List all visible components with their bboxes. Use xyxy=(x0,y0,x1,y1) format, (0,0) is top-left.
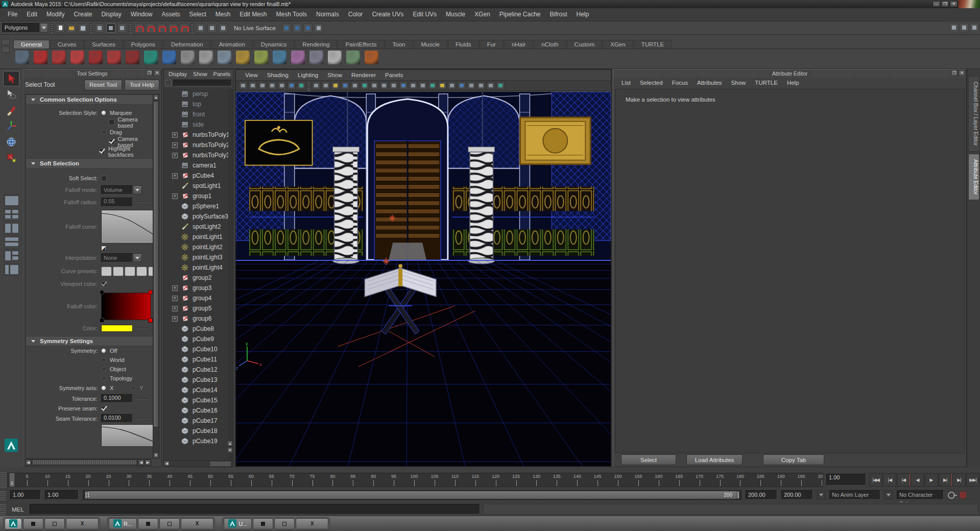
menu-edit-uvs[interactable]: Edit UVs xyxy=(408,8,441,21)
menu-display[interactable]: Display xyxy=(97,8,126,21)
outliner-item-nurbsToPoly2[interactable]: +nurbsToPoly2 xyxy=(164,140,233,150)
ae-menu-focus[interactable]: Focus xyxy=(668,78,692,88)
falloff-radius-slider[interactable] xyxy=(136,202,148,203)
separator-handle[interactable] xyxy=(89,23,93,33)
expand-icon[interactable]: + xyxy=(172,316,178,322)
camera-attributes-icon[interactable] xyxy=(258,82,267,89)
step-forward-key-button[interactable]: ▶| xyxy=(939,473,952,487)
outliner-item-group4[interactable]: +group4 xyxy=(164,293,233,303)
shelf-menu-button[interactable] xyxy=(2,46,10,53)
outliner-menu-show[interactable]: Show xyxy=(190,70,210,79)
expand-icon[interactable]: + xyxy=(172,132,178,138)
close-window-button[interactable]: X xyxy=(296,518,328,529)
side-tab-attribute-editor[interactable]: Attribute Editor xyxy=(968,154,979,200)
maximize-button[interactable]: ❒ xyxy=(941,1,949,7)
exposure-icon[interactable] xyxy=(487,82,495,89)
outliner-item-pCube13[interactable]: pCube13 xyxy=(164,375,233,385)
grid-tool-icon[interactable] xyxy=(273,51,286,64)
play-backwards-button[interactable]: ◀ xyxy=(911,473,924,487)
axis-x-radio[interactable] xyxy=(101,385,106,391)
expand-icon[interactable]: + xyxy=(172,153,178,158)
shelf-tab-polygons[interactable]: Polygons xyxy=(124,40,163,49)
xray-icon[interactable] xyxy=(477,82,485,89)
field-chart-icon[interactable] xyxy=(351,82,359,89)
viewport-menu-show[interactable]: Show xyxy=(323,70,346,80)
grid-icon[interactable] xyxy=(312,82,320,89)
shadows-icon[interactable] xyxy=(419,82,427,89)
snap-view-icon[interactable] xyxy=(168,23,177,33)
depth-of-field-icon[interactable] xyxy=(458,82,466,89)
go-to-start-button[interactable]: |◀◀ xyxy=(869,473,882,487)
tool-settings-vertical-scrollbar[interactable]: ▲ ▼ xyxy=(153,94,159,458)
menu-bifrost[interactable]: Bifrost xyxy=(545,8,572,21)
rotate-tool-button[interactable] xyxy=(3,134,19,150)
poly-sphere-shelf-icon[interactable] xyxy=(15,51,29,64)
anim-layer-dropdown-icon[interactable] xyxy=(817,491,825,499)
outliner-item-pCube8[interactable]: pCube8 xyxy=(164,324,233,334)
scroll-left-icon[interactable]: ◀ xyxy=(164,461,170,466)
current-time-field[interactable]: 1.00 xyxy=(826,474,866,486)
auto-keyframe-icon[interactable] xyxy=(948,492,955,499)
safe-action-icon[interactable] xyxy=(361,82,369,89)
interpolation-dropdown[interactable]: None xyxy=(101,253,142,262)
menu-select[interactable]: Select xyxy=(184,8,210,21)
menu-edit[interactable]: Edit xyxy=(22,8,42,21)
go-to-end-button[interactable]: ▶▶| xyxy=(966,473,979,487)
menu-pipeline-cache[interactable]: Pipeline Cache xyxy=(495,8,545,21)
image-plane-icon[interactable] xyxy=(278,82,286,89)
shelf-tab-deformation[interactable]: Deformation xyxy=(163,40,211,49)
select-component-icon[interactable] xyxy=(117,23,127,33)
measure-icon[interactable] xyxy=(254,51,268,64)
grease-pencil-icon[interactable] xyxy=(297,82,305,89)
menu-color[interactable]: Color xyxy=(344,8,368,21)
tool-help-button[interactable]: Tool Help xyxy=(125,80,159,90)
time-slider-drag-handle[interactable] xyxy=(0,472,7,488)
screen-space-ao-icon[interactable] xyxy=(428,82,437,89)
animation-start-field[interactable]: 1.00 xyxy=(10,490,41,500)
anim-layer-field[interactable]: No Anim Layer xyxy=(829,490,880,500)
outliner-item-persp[interactable]: persp xyxy=(164,89,233,99)
scale-tool-button[interactable] xyxy=(3,150,19,165)
preserve-seam-checkbox[interactable] xyxy=(101,406,107,412)
scroll-down-icon[interactable]: ▼ xyxy=(153,452,159,458)
shelf-tab-nhair[interactable]: nHair xyxy=(504,40,533,49)
range-slider-track[interactable]: 1 200 xyxy=(83,490,742,500)
output-connections-icon[interactable] xyxy=(219,23,228,33)
shelf-tab-animation[interactable]: Animation xyxy=(211,40,253,49)
shelf-tab-turtle[interactable]: TURTLE xyxy=(634,40,672,49)
outliner-item-top[interactable]: top xyxy=(164,99,233,109)
color-slider[interactable] xyxy=(136,328,148,329)
ae-menu-turtle[interactable]: TURTLE xyxy=(751,78,782,88)
sculpt-cone-icon[interactable] xyxy=(126,51,139,64)
outliner-item-pCube15[interactable]: pCube15 xyxy=(164,395,233,405)
float-panel-icon[interactable]: ❐ xyxy=(951,70,958,76)
sculpt-arrows-icon[interactable] xyxy=(70,51,84,64)
color-swatch[interactable] xyxy=(101,325,133,332)
step-back-key-button[interactable]: |◀ xyxy=(897,473,910,487)
curve-presets[interactable] xyxy=(101,267,154,276)
taskbar-window-button[interactable]: R... xyxy=(109,518,137,529)
outliner-item-pCube11[interactable]: pCube11 xyxy=(164,354,233,365)
camera-based-checkbox-2[interactable] xyxy=(109,139,114,144)
layout-four-pane-button[interactable] xyxy=(4,208,19,221)
viewport-menu-view[interactable]: View xyxy=(241,70,262,80)
multisample-icon[interactable] xyxy=(448,82,456,89)
camera-based-checkbox-1[interactable] xyxy=(109,119,114,125)
ae-menu-show[interactable]: Show xyxy=(727,78,750,88)
symmetry-topology-radio[interactable] xyxy=(101,376,106,381)
ae-menu-help[interactable]: Help xyxy=(783,78,803,88)
menu-set-arrow[interactable] xyxy=(40,23,48,33)
outliner-item-camera1[interactable]: camera1 xyxy=(164,160,233,171)
outliner-menu-display[interactable]: Display xyxy=(166,70,189,79)
menu-assets[interactable]: Assets xyxy=(157,8,184,21)
close-panel-icon[interactable]: ✕ xyxy=(154,70,160,76)
expand-icon[interactable]: + xyxy=(172,285,178,291)
shelf-tab-ncloth[interactable]: nCloth xyxy=(534,40,566,49)
character-set-field[interactable]: No Character Set xyxy=(897,490,944,500)
wireframe-icon[interactable] xyxy=(380,82,388,89)
marquee-radio[interactable] xyxy=(101,110,106,115)
playback-start-field[interactable]: 1.00 xyxy=(45,490,79,500)
shelf-tab-custom[interactable]: Custom xyxy=(567,40,603,49)
outliner-item-pCube19[interactable]: pCube19 xyxy=(164,436,233,446)
menu-mesh-tools[interactable]: Mesh Tools xyxy=(272,8,312,21)
